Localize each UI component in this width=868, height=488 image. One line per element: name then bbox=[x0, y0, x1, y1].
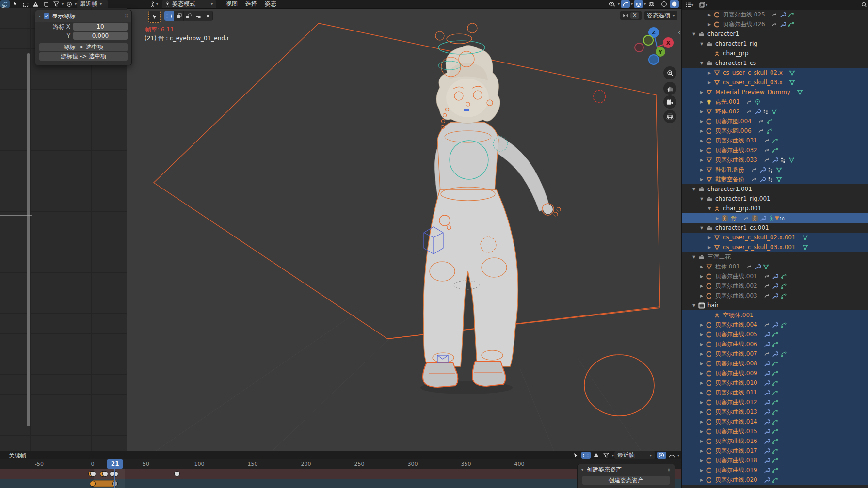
object-name[interactable]: 贝塞尔曲线.003 bbox=[715, 292, 757, 300]
meshdata-icon[interactable] bbox=[797, 89, 804, 95]
expand-arrow-icon[interactable]: ▶ bbox=[699, 284, 704, 288]
shading-solid-icon[interactable] bbox=[670, 0, 679, 8]
cursor-tool-icon[interactable] bbox=[11, 0, 20, 8]
select-subtract-button[interactable] bbox=[184, 11, 193, 21]
outliner-row[interactable]: ▶柱体.001 bbox=[682, 262, 868, 271]
curvedata-icon[interactable] bbox=[766, 118, 773, 125]
constraint-icon[interactable] bbox=[764, 292, 771, 299]
wrench-icon[interactable] bbox=[764, 447, 771, 454]
vgroup-icon[interactable] bbox=[767, 166, 774, 173]
curvedata-icon[interactable] bbox=[772, 360, 779, 367]
constraint-icon[interactable] bbox=[764, 273, 771, 280]
vgroup-icon[interactable] bbox=[780, 157, 787, 163]
constraint-icon[interactable] bbox=[764, 137, 771, 144]
keyframe[interactable] bbox=[90, 471, 96, 477]
graph-scrollbar[interactable] bbox=[27, 53, 30, 426]
wrench-icon[interactable] bbox=[764, 389, 771, 396]
expand-arrow-icon[interactable]: ▼ bbox=[691, 303, 696, 308]
curvedata-icon[interactable] bbox=[772, 409, 779, 415]
outliner-row[interactable]: ▶贝塞尔曲线.019 bbox=[682, 465, 868, 475]
object-name[interactable]: 贝塞尔曲线.013 bbox=[715, 408, 757, 416]
drag-grip-icon[interactable]: ⣿ bbox=[125, 14, 129, 18]
outliner-row[interactable]: ▶贝塞尔曲线.008 bbox=[682, 359, 868, 368]
curvedata-icon[interactable] bbox=[780, 273, 787, 280]
posefig-icon[interactable] bbox=[768, 215, 774, 221]
outliner-row[interactable]: ▶贝塞尔曲线.025 bbox=[682, 10, 868, 19]
expand-arrow-icon[interactable]: ▶ bbox=[699, 371, 704, 376]
outliner-row[interactable]: ▶贝塞尔曲线.026 bbox=[682, 19, 868, 29]
select-invert-button[interactable] bbox=[193, 11, 203, 21]
outliner-row[interactable]: ▼character1_rig.001 bbox=[682, 194, 868, 204]
pose-options-dropdown[interactable]: 姿态选项▾ bbox=[644, 11, 677, 20]
expand-arrow-icon[interactable]: ▶ bbox=[707, 80, 712, 85]
object-name[interactable]: 贝塞尔曲线.012 bbox=[715, 398, 757, 407]
wrench-icon[interactable] bbox=[764, 438, 771, 444]
expand-arrow-icon[interactable]: ▼ bbox=[699, 61, 704, 65]
expand-arrow-icon[interactable]: ▶ bbox=[699, 100, 704, 104]
object-name[interactable]: char_grp bbox=[723, 50, 749, 57]
curvedata-icon[interactable] bbox=[772, 418, 779, 425]
expand-arrow-icon[interactable]: ▶ bbox=[699, 429, 704, 434]
constraint-icon[interactable] bbox=[746, 98, 753, 105]
object-name[interactable]: 柱体.001 bbox=[715, 263, 740, 271]
wrench-icon[interactable] bbox=[764, 379, 771, 386]
outliner-row[interactable]: ▼character1_cs.001 bbox=[682, 223, 868, 233]
chevron-down-icon[interactable]: ▾ bbox=[75, 2, 77, 6]
count10-icon[interactable]: 10 bbox=[776, 215, 783, 221]
object-name[interactable]: 贝塞尔曲线.015 bbox=[715, 427, 757, 436]
expand-arrow-icon[interactable]: ▶ bbox=[699, 90, 704, 94]
wrench-icon[interactable] bbox=[764, 370, 771, 377]
wrench-icon[interactable] bbox=[764, 457, 771, 464]
expand-arrow-icon[interactable]: ▶ bbox=[707, 22, 712, 27]
cursor-to-selected-button[interactable]: 游标 -> 选中项 bbox=[39, 43, 128, 51]
wrench-icon[interactable] bbox=[764, 360, 771, 367]
warning-icon[interactable] bbox=[592, 452, 601, 459]
viewport-3d[interactable]: ▾ 姿态模式▾ 视图 选择 姿态 ▾ ▾ ▾ bbox=[127, 0, 681, 451]
outliner-row[interactable]: ▶鞋带空备份 bbox=[682, 174, 868, 184]
outliner-row[interactable]: ▶贝塞尔圆.006 bbox=[682, 126, 868, 136]
expand-arrow-icon[interactable]: ▼ bbox=[699, 226, 704, 230]
wrench-icon[interactable] bbox=[764, 476, 771, 483]
editor-type-dropdown[interactable]: ▾ bbox=[149, 0, 160, 8]
outliner-row[interactable]: ▶环体.002 bbox=[682, 107, 868, 116]
outliner-row[interactable]: ▶贝塞尔曲线.003 bbox=[682, 291, 868, 300]
wrench-icon[interactable] bbox=[759, 215, 766, 221]
expand-arrow-icon[interactable]: ▶ bbox=[699, 458, 704, 463]
outliner-row[interactable]: ▶贝塞尔曲线.033 bbox=[682, 155, 868, 165]
armhl-icon[interactable] bbox=[751, 215, 758, 221]
object-name[interactable]: 贝塞尔曲线.010 bbox=[715, 379, 757, 387]
outliner-row[interactable]: ▼character1.001 bbox=[682, 184, 868, 194]
object-name[interactable]: 鞋带空备份 bbox=[715, 175, 744, 184]
outliner-row[interactable]: ▶贝塞尔曲线.004 bbox=[682, 320, 868, 330]
object-name[interactable]: cs_user_c_skull_03.x bbox=[723, 79, 783, 86]
wrench-icon[interactable] bbox=[772, 157, 779, 163]
chevron-down-icon[interactable]: ▾ bbox=[618, 2, 620, 6]
cursor-y-field[interactable]: 0.000 bbox=[73, 32, 128, 40]
curvedata-icon[interactable] bbox=[772, 457, 779, 464]
cursor-value-to-selected-button[interactable]: 游标值 -> 选中项 bbox=[39, 52, 128, 61]
expand-arrow-icon[interactable]: ▶ bbox=[699, 352, 704, 356]
constraint-icon[interactable] bbox=[751, 166, 757, 173]
curvedata-icon[interactable] bbox=[772, 476, 779, 483]
curvedata-icon[interactable] bbox=[772, 389, 779, 396]
constraint-icon[interactable] bbox=[764, 350, 771, 357]
expand-arrow-icon[interactable]: ▶ bbox=[699, 177, 704, 182]
wrench-icon[interactable] bbox=[780, 11, 787, 18]
wrench-icon[interactable] bbox=[759, 166, 766, 173]
object-name[interactable]: character1 bbox=[707, 31, 739, 37]
cursor-x-field[interactable]: 10 bbox=[73, 23, 128, 31]
chevron-down-icon[interactable]: ▾ bbox=[644, 2, 646, 6]
meshdata-icon[interactable] bbox=[775, 176, 782, 183]
constraint-icon[interactable] bbox=[764, 321, 771, 328]
recent-frame-dropdown[interactable]: 最近帧▾ bbox=[77, 0, 108, 8]
outliner-row[interactable]: ▶cs_user_c_skull_03.x bbox=[682, 78, 868, 87]
wrench-icon[interactable] bbox=[764, 341, 771, 347]
expand-arrow-icon[interactable]: ▶ bbox=[715, 216, 720, 220]
summary-keyframe[interactable] bbox=[90, 481, 96, 487]
curvedata-icon[interactable] bbox=[772, 428, 779, 435]
chevron-down-icon[interactable]: ▾ bbox=[612, 453, 614, 457]
outliner-row[interactable]: ▶骨10 bbox=[682, 213, 868, 223]
object-name[interactable]: 贝塞尔曲线.005 bbox=[715, 331, 757, 339]
wrench-icon[interactable] bbox=[772, 350, 779, 357]
wrench-icon[interactable] bbox=[772, 273, 779, 280]
